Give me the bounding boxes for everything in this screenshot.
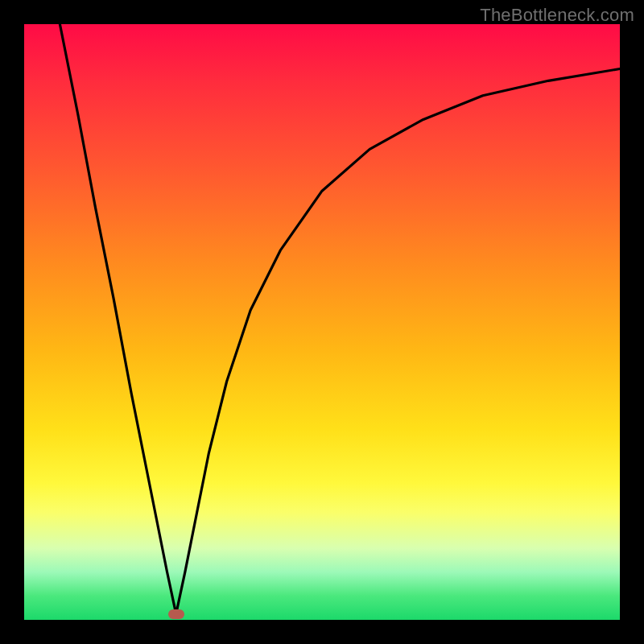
chart-curve: [24, 24, 620, 620]
curve-path: [60, 24, 620, 614]
plot-area: [24, 24, 620, 620]
watermark-text: TheBottleneck.com: [480, 5, 634, 26]
minimum-marker: [168, 609, 184, 619]
outer-frame: TheBottleneck.com: [0, 0, 644, 644]
